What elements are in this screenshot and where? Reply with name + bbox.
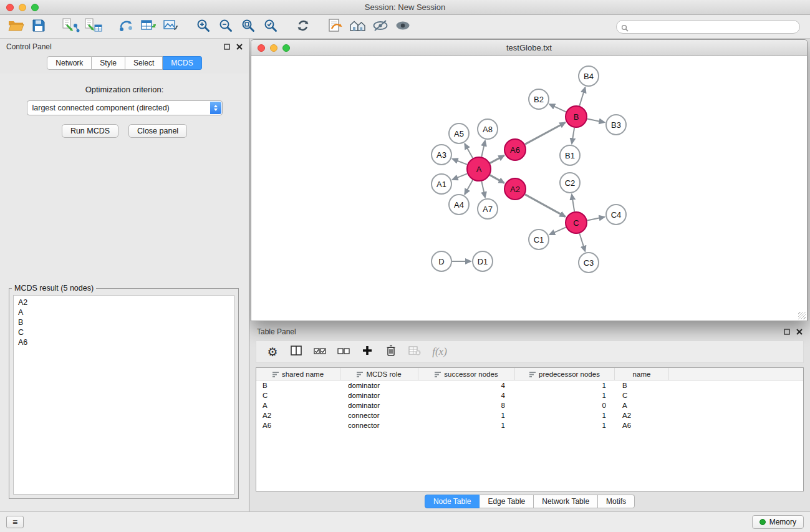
table-settings-button[interactable]: ⚙ — [263, 342, 282, 361]
graph-edge-B-B3[interactable] — [587, 119, 605, 123]
graph-edge-A-A3[interactable] — [453, 159, 468, 165]
network-window-close-button[interactable] — [258, 44, 265, 52]
tab-node-table[interactable]: Node Table — [425, 495, 480, 508]
column-header-successor-nodes[interactable]: successor nodes — [418, 368, 515, 380]
zoom-out-button[interactable] — [215, 17, 237, 37]
graph-node-D1[interactable]: D1 — [473, 251, 493, 271]
graphics-details-button[interactable] — [392, 17, 414, 37]
function-builder-button[interactable]: f(x) — [428, 342, 448, 361]
import-network-button[interactable] — [60, 17, 82, 37]
graph-edge-B-B1[interactable] — [572, 128, 574, 143]
graph-edge-B-B2[interactable] — [549, 104, 566, 112]
annotations-button[interactable] — [324, 17, 347, 37]
zoom-window-button[interactable] — [31, 4, 39, 11]
select-columns-button[interactable] — [286, 342, 306, 361]
column-header-predecessor-nodes[interactable]: predecessor nodes — [515, 368, 615, 380]
graph-edge-A6-B[interactable] — [525, 123, 566, 145]
close-panel-icon[interactable] — [236, 41, 243, 52]
graph-node-C4[interactable]: C4 — [606, 205, 626, 225]
app-titlebar[interactable]: Session: New Session — [0, 0, 810, 15]
create-column-button[interactable] — [357, 342, 377, 361]
mcds-result-item[interactable]: C — [18, 327, 229, 337]
graph-node-D[interactable]: D — [432, 251, 451, 271]
tab-network[interactable]: Network — [47, 56, 92, 70]
delete-table-button[interactable] — [405, 342, 425, 361]
minimize-window-button[interactable] — [19, 4, 26, 11]
network-window-titlebar[interactable]: testGlobe.txt — [251, 40, 807, 56]
graph-node-A5[interactable]: A5 — [449, 123, 469, 143]
column-header-shared-name[interactable]: shared name — [256, 368, 340, 380]
table-row[interactable]: Adominator80A — [256, 400, 803, 410]
neighbors-button[interactable] — [347, 17, 369, 37]
column-header-name[interactable]: name — [615, 368, 669, 380]
zoom-in-button[interactable] — [192, 17, 215, 37]
new-network-button[interactable] — [115, 17, 137, 37]
export-image-button[interactable] — [160, 17, 182, 37]
graph-edge-C-C3[interactable] — [579, 233, 585, 251]
mcds-result-item[interactable]: B — [18, 317, 229, 327]
graph-node-A4[interactable]: A4 — [449, 195, 469, 215]
graph-node-C3[interactable]: C3 — [579, 253, 599, 273]
graph-node-B[interactable]: B — [566, 106, 587, 127]
network-window-zoom-button[interactable] — [282, 44, 290, 52]
graph-node-C2[interactable]: C2 — [560, 173, 580, 193]
network-window-minimize-button[interactable] — [270, 44, 277, 52]
graph-edge-A-A4[interactable] — [465, 180, 473, 194]
float-table-panel-icon[interactable] — [784, 326, 790, 337]
hide-selected-button[interactable] — [369, 17, 392, 37]
graph-node-A8[interactable]: A8 — [478, 119, 498, 139]
mcds-result-item[interactable]: A — [18, 307, 229, 317]
graph-edge-C-C2[interactable] — [572, 195, 574, 211]
close-panel-button[interactable]: Close panel — [128, 124, 187, 138]
graph-node-C[interactable]: C — [566, 212, 587, 233]
table-row[interactable]: Bdominator41B — [256, 380, 803, 390]
window-resize-grip[interactable] — [798, 312, 806, 319]
import-table-button[interactable] — [82, 17, 105, 37]
dropdown-stepper-icon[interactable] — [210, 102, 221, 114]
open-session-button[interactable] — [5, 17, 27, 37]
delete-column-button[interactable] — [381, 342, 401, 361]
memory-button[interactable]: Memory — [752, 515, 804, 529]
tab-select[interactable]: Select — [125, 56, 163, 70]
graph-node-A1[interactable]: A1 — [432, 174, 451, 194]
column-header-mcds-role[interactable]: MCDS role — [340, 368, 418, 380]
mcds-result-item[interactable]: A2 — [18, 297, 229, 307]
table-row[interactable]: A6connector11A6 — [256, 420, 803, 430]
table-row[interactable]: A2connector11A2 — [256, 410, 803, 420]
graph-node-A3[interactable]: A3 — [432, 145, 451, 165]
table-row[interactable]: Cdominator41C — [256, 390, 803, 400]
optimization-criterion-dropdown[interactable]: largest connected component (directed) — [27, 100, 223, 115]
graph-edge-A-A2[interactable] — [490, 175, 504, 183]
refresh-button[interactable] — [292, 17, 314, 37]
graph-edge-C-C4[interactable] — [587, 217, 605, 221]
graph-node-A2[interactable]: A2 — [504, 178, 526, 200]
tab-network-table[interactable]: Network Table — [534, 495, 598, 508]
network-graph[interactable]: AA1A2A3A4A5A6A7A8BB1B2B3B4CC1C2C3C4DD1 — [251, 56, 807, 321]
tab-style[interactable]: Style — [92, 56, 125, 70]
tab-motifs[interactable]: Motifs — [598, 495, 635, 508]
search-input[interactable] — [616, 20, 800, 34]
graph-edge-A-A7[interactable] — [481, 181, 485, 198]
mcds-result-item[interactable]: A6 — [18, 337, 229, 347]
tab-edge-table[interactable]: Edge Table — [480, 495, 534, 508]
graph-edge-C-C1[interactable] — [549, 227, 566, 235]
zoom-selected-button[interactable] — [259, 17, 282, 37]
graph-edge-A2-C[interactable] — [525, 195, 566, 217]
mcds-result-list[interactable]: A2ABCA6 — [13, 295, 234, 495]
run-mcds-button[interactable]: Run MCDS — [62, 124, 118, 138]
close-window-button[interactable] — [6, 4, 14, 11]
save-session-button[interactable] — [27, 17, 50, 37]
new-table-button[interactable] — [137, 17, 160, 37]
close-table-panel-icon[interactable] — [796, 326, 803, 337]
graph-node-A7[interactable]: A7 — [478, 199, 498, 219]
graph-edge-A-A6[interactable] — [490, 155, 504, 163]
graph-node-B1[interactable]: B1 — [560, 145, 580, 165]
graph-edge-A-A5[interactable] — [465, 144, 473, 158]
select-all-rows-button[interactable] — [310, 342, 330, 361]
graph-node-B2[interactable]: B2 — [529, 89, 549, 109]
graph-node-C1[interactable]: C1 — [529, 230, 549, 249]
graph-node-A6[interactable]: A6 — [504, 139, 526, 160]
zoom-fit-button[interactable] — [237, 17, 259, 37]
graph-edge-A-A1[interactable] — [453, 173, 468, 180]
graph-node-A[interactable]: A — [467, 157, 491, 181]
